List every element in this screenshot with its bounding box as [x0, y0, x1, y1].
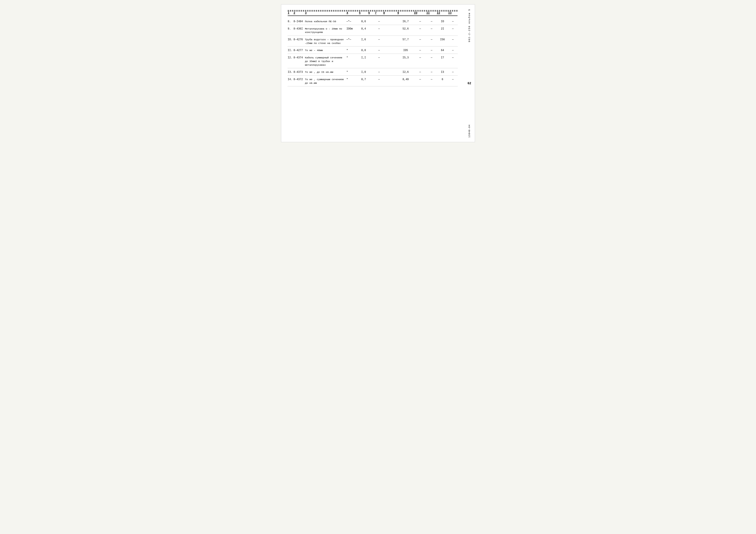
table-cell: —"— — [346, 20, 359, 23]
table-cell: IO5 — [397, 49, 414, 52]
table-cell: I6,7 — [397, 20, 414, 23]
table-cell: I,0 — [359, 70, 368, 74]
data-table: 8.8-I484Полка кабельная ПЕ-56—"—0,6—I6,7… — [288, 18, 458, 87]
table-cell: 0,8 — [359, 49, 368, 52]
table-cell: 57,7 — [397, 38, 414, 41]
table-cell: 8-4276 — [293, 38, 305, 41]
table-cell: — — [426, 20, 437, 23]
table-cell: — — [375, 78, 383, 81]
table-cell: 0,6 — [359, 20, 368, 23]
table-cell: I3. — [288, 70, 293, 74]
table-cell: — — [414, 38, 426, 41]
table-cell: — — [448, 38, 458, 41]
table-cell: 8-4372 — [293, 78, 305, 81]
table-cell: — — [448, 49, 458, 52]
table-cell: I7 — [437, 56, 448, 60]
table-cell: — — [414, 56, 426, 60]
table-cell: 64 — [437, 49, 448, 52]
table-cell: I2. — [288, 56, 293, 60]
main-content: I 2 3 4 5 6 7 8 9 IO II I2 I3 8.8-I484По… — [288, 11, 468, 87]
table-cell: 2I — [437, 27, 448, 31]
table-cell: То же , суммарным сечением до кв.мм — [305, 78, 346, 85]
table-cell: I,6 — [359, 38, 368, 41]
col-header-7: 7 — [375, 12, 383, 15]
table-cell: II. — [288, 49, 293, 52]
table-cell: — — [375, 70, 383, 74]
table-cell: — — [448, 56, 458, 60]
table-cell: — — [426, 70, 437, 74]
col-header-1: I — [288, 12, 293, 15]
table-cell: — — [375, 56, 383, 60]
col-header-3: 3 — [305, 12, 346, 15]
table-cell: " — [346, 56, 359, 60]
table-cell: 0,7 — [359, 78, 368, 81]
col-header-4: 4 — [346, 12, 359, 15]
table-cell: — — [448, 78, 458, 81]
table-row: I3.8-4373То же , до I6 кв.мм"I,0—I2,6——I… — [288, 68, 458, 76]
table-cell: — — [375, 20, 383, 23]
page-container: I 2 3 4 5 6 7 8 9 IO II I2 I3 8.8-I484По… — [281, 4, 475, 142]
col-header-10: IO — [414, 12, 426, 15]
table-cell: — — [426, 38, 437, 41]
table-cell: 6 — [437, 78, 448, 81]
col-header-9: 9 — [397, 12, 414, 15]
col-header-2: 2 — [293, 12, 305, 15]
col-header-11: II — [426, 12, 437, 15]
table-cell: I3 — [437, 70, 448, 74]
table-cell: I,I — [359, 56, 368, 60]
table-cell: " — [346, 70, 359, 74]
table-cell: — — [414, 20, 426, 23]
table-cell: I5,3 — [397, 56, 414, 60]
table-cell: I2,6 — [397, 70, 414, 74]
table-cell: IO. — [288, 38, 293, 41]
table-cell: 8-436I — [293, 27, 305, 31]
table-cell: 8-4373 — [293, 70, 305, 74]
right-margin: 902-2-250 Альбом 5 62 13848-04 — [464, 5, 475, 142]
col-header-13: I3 — [448, 12, 458, 15]
page-number: 62 — [468, 82, 471, 85]
table-row: I2.8-4374Кабель суммарный сечением до 35… — [288, 54, 458, 68]
table-cell: 52,6 — [397, 27, 414, 31]
col-header-8: 8 — [383, 12, 397, 15]
table-cell: IOOм — [346, 27, 359, 31]
table-cell: То же , до I6 кв.мм — [305, 70, 346, 74]
table-row: 8.8-I484Полка кабельная ПЕ-56—"—0,6—I6,7… — [288, 18, 458, 25]
table-row: I4.8-4372То же , суммарным сечением до к… — [288, 76, 458, 87]
table-cell: Кабель суммарный сечением до 35мм2 в тру… — [305, 56, 346, 67]
table-cell: IO — [437, 20, 448, 23]
table-cell: — — [426, 56, 437, 60]
table-cell: 8. — [288, 20, 293, 23]
table-cell: — — [375, 27, 383, 31]
table-cell: — — [414, 70, 426, 74]
table-cell: — — [426, 78, 437, 81]
table-cell: — — [448, 27, 458, 31]
table-cell: — — [448, 20, 458, 23]
table-cell: Полка кабельная ПЕ-56 — [305, 20, 346, 23]
table-cell: — — [414, 27, 426, 31]
table-cell: 8-4374 — [293, 56, 305, 60]
table-cell: —"— — [346, 38, 359, 41]
header-row: I 2 3 4 5 6 7 8 9 IO II I2 I3 — [288, 12, 458, 16]
table-cell: I4. — [288, 78, 293, 81]
table-cell: 9. — [288, 27, 293, 31]
table-row: IO.8-4276Труба водогазо – проводная –25м… — [288, 36, 458, 46]
table-cell: " — [346, 78, 359, 81]
table-cell: Металлорукава о – 29мм по конструкциям — [305, 27, 346, 34]
table-cell: — — [448, 70, 458, 74]
table-cell: — — [414, 49, 426, 52]
table-cell: — — [414, 78, 426, 81]
table-cell: То же – 40мм — [305, 49, 346, 52]
table-cell: 0,4 — [359, 27, 368, 31]
col-header-5: 5 — [359, 12, 368, 15]
col-header-6: 6 — [368, 12, 375, 15]
right-label-bottom: 13848-04 — [468, 124, 471, 138]
table-cell: " — [346, 49, 359, 52]
table-cell: — — [375, 49, 383, 52]
table-cell: I56 — [437, 38, 448, 41]
table-cell: Труба водогазо – проводная –25мм по стен… — [305, 38, 346, 45]
table-cell: 8-I484 — [293, 20, 305, 23]
table-cell: 8,49 — [397, 78, 414, 81]
table-cell: — — [426, 49, 437, 52]
table-cell: 8-4277 — [293, 49, 305, 52]
col-header-12: I2 — [437, 12, 448, 15]
